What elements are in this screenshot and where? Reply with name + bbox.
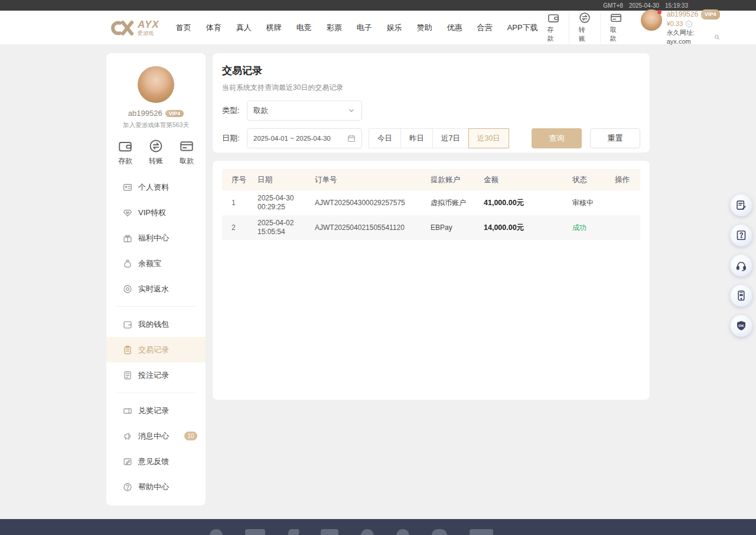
- search-icon[interactable]: [714, 34, 720, 41]
- page-title: 交易记录: [222, 64, 640, 77]
- timezone-label: GMT+8: [603, 2, 623, 9]
- avatar[interactable]: [641, 9, 662, 31]
- cell-order-no: AJWT202504300029257575: [315, 199, 431, 207]
- float-button-security[interactable]: OK: [730, 314, 752, 337]
- nav-item-电竞[interactable]: 电竞: [296, 22, 312, 33]
- joined-days-label: 加入爱游戏体育第563天: [106, 121, 206, 129]
- nav-item-优惠[interactable]: 优惠: [447, 22, 462, 33]
- quick-action-存款[interactable]: 存款: [118, 139, 132, 166]
- cell-amount: 14,000.00元: [484, 223, 572, 233]
- sidebar-item-福利中心[interactable]: 福利中心: [106, 225, 206, 251]
- quick-action-转账[interactable]: 转账: [149, 139, 163, 166]
- notification-dot: [657, 10, 662, 14]
- nav-item-棋牌[interactable]: 棋牌: [266, 22, 282, 33]
- nav-item-赞助[interactable]: 赞助: [417, 22, 432, 33]
- sidebar-item-VIP特权[interactable]: VIP特权: [106, 200, 206, 225]
- quick-action-取款[interactable]: 取款: [180, 139, 194, 166]
- nav-item-电子[interactable]: 电子: [357, 22, 372, 33]
- profile-vip-badge: VIP4: [165, 110, 184, 117]
- float-button-feedback[interactable]: [730, 194, 752, 216]
- profile-icon: [123, 183, 132, 192]
- transactions-icon: [123, 345, 132, 355]
- float-button-app-download[interactable]: [730, 284, 752, 307]
- sidebar-item-交易记录[interactable]: 交易记录: [106, 337, 206, 362]
- sidebar-item-实时返水[interactable]: 实时返水: [106, 276, 206, 301]
- logo-subtext: 爱游戏: [138, 31, 159, 36]
- savings-icon: [123, 259, 132, 268]
- float-button-faq[interactable]: [730, 224, 752, 247]
- sidebar-item-帮助中心[interactable]: 帮助中心: [106, 474, 206, 500]
- range-button-今日[interactable]: 今日: [369, 128, 401, 148]
- column-header-订单号: 订单号: [315, 175, 431, 185]
- range-button-近30日[interactable]: 近30日: [468, 128, 509, 148]
- column-header-状态: 状态: [572, 175, 615, 185]
- sidebar-item-兑奖记录[interactable]: 兑奖记录: [106, 398, 206, 423]
- transfer-icon: [149, 139, 163, 153]
- type-select[interactable]: 取款: [247, 100, 362, 121]
- search-button[interactable]: 查询: [532, 128, 582, 148]
- header-action-取款[interactable]: 取款: [600, 12, 631, 43]
- nav-item-合营[interactable]: 合营: [477, 22, 493, 33]
- date-filter-label: 日期:: [222, 133, 247, 144]
- balance-expand-icon[interactable]: [685, 20, 693, 28]
- balance-value: ¥0.33: [667, 20, 683, 28]
- nav-item-彩票[interactable]: 彩票: [327, 22, 342, 33]
- nav-item-APP下载[interactable]: APP下载: [507, 22, 538, 33]
- profile-avatar[interactable]: [138, 66, 174, 103]
- brand-logo[interactable]: AYX 爱游戏: [108, 18, 159, 37]
- deposit-wallet-icon: [118, 139, 132, 153]
- page-subtitle: 当前系统支持查询最近30日的交易记录: [222, 83, 640, 93]
- sidebar-item-个人资料[interactable]: 个人资料: [106, 174, 206, 200]
- nav-item-真人[interactable]: 真人: [236, 22, 252, 33]
- sidebar-item-我的钱包[interactable]: 我的钱包: [106, 312, 206, 337]
- float-button-customer-service[interactable]: [730, 254, 752, 277]
- cell-date: 2025-04-0215:05:54: [258, 219, 315, 236]
- float-faq-icon: [735, 229, 747, 241]
- calendar-icon: [347, 134, 356, 142]
- sidebar-quick-actions: 存款转账取款: [106, 129, 206, 166]
- date-range-input[interactable]: 2025-04-01 ~ 2025-04-30: [247, 128, 362, 148]
- header: AYX 爱游戏 首页体育真人棋牌电竞彩票电子娱乐赞助优惠合营APP下载 存款转账…: [0, 11, 756, 45]
- svg-text:OK: OK: [738, 323, 744, 328]
- range-button-昨日[interactable]: 昨日: [400, 128, 433, 148]
- filter-card: 交易记录 当前系统支持查询最近30日的交易记录 类型: 取款 日期: 2025-…: [213, 53, 650, 153]
- transfer-icon: [579, 12, 591, 24]
- rebate-icon: [123, 284, 132, 294]
- sidebar-item-余额宝[interactable]: 余额宝: [106, 251, 206, 276]
- withdraw-card-icon: [180, 139, 194, 153]
- unread-badge: 10: [184, 432, 197, 440]
- nav-item-体育[interactable]: 体育: [206, 22, 221, 33]
- sidebar-divider: [116, 393, 196, 393]
- cell-account: EBPay: [431, 223, 484, 232]
- header-action-转账[interactable]: 转账: [569, 12, 600, 43]
- column-header-金额: 金额: [484, 175, 572, 185]
- cell-account: 虚拟币账户: [431, 198, 484, 208]
- brand-logo-icon: [108, 18, 134, 37]
- column-header-日期: 日期: [258, 175, 315, 185]
- nav-item-首页[interactable]: 首页: [176, 22, 191, 33]
- table-body: 12025-04-3000:29:25AJWT20250430002925757…: [222, 190, 640, 240]
- nav-item-娱乐[interactable]: 娱乐: [387, 22, 402, 33]
- float-service-icon: [735, 260, 747, 271]
- range-button-近7日[interactable]: 近7日: [432, 128, 469, 148]
- bets-icon: [123, 371, 132, 380]
- cell-index: 2: [232, 223, 258, 232]
- cell-amount: 41,000.00元: [484, 198, 572, 208]
- header-action-存款[interactable]: 存款: [538, 12, 569, 43]
- cell-status: 审核中: [572, 198, 615, 208]
- reset-button[interactable]: 重置: [590, 128, 640, 148]
- feedback-icon: [123, 457, 132, 466]
- message-icon: [123, 432, 132, 441]
- table-row: 22025-04-0215:05:54AJWT20250402150554112…: [222, 215, 640, 240]
- cell-order-no: AJWT202504021505541120: [315, 223, 431, 232]
- username: ab199526: [667, 10, 698, 19]
- column-header-操作: 操作: [615, 175, 640, 185]
- vip-badge: VIP4: [701, 9, 720, 20]
- profile-username: ab199526: [128, 109, 162, 118]
- header-user[interactable]: ab199526 VIP4 ¥0.33 永久网址: ayx.com: [641, 9, 720, 46]
- footer: [0, 519, 756, 535]
- sidebar-item-消息中心[interactable]: 消息中心10: [106, 423, 206, 449]
- sidebar-item-意见反馈[interactable]: 意见反馈: [106, 449, 206, 474]
- current-time: 15:19:33: [665, 2, 688, 9]
- sidebar-item-投注记录[interactable]: 投注记录: [106, 362, 206, 388]
